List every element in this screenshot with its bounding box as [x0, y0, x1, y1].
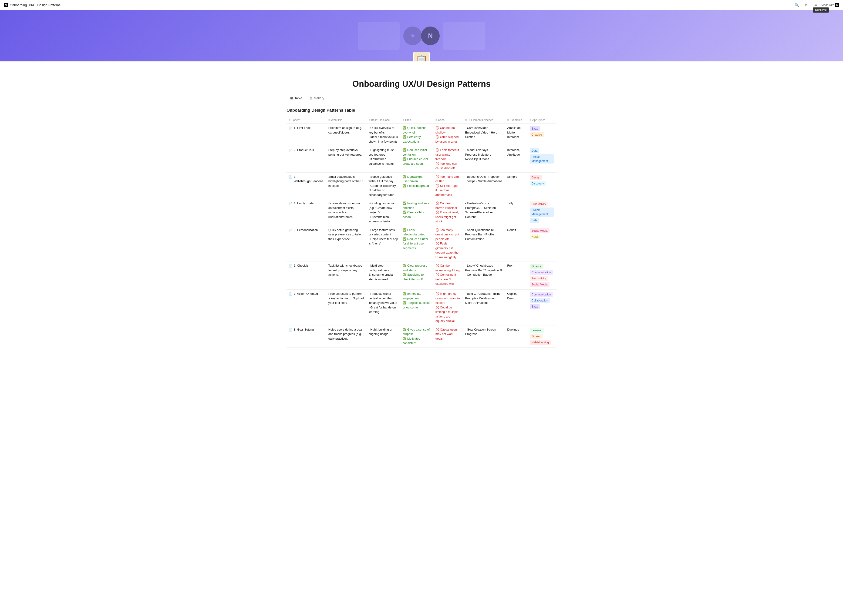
app-type-tag: Social Media	[530, 228, 549, 233]
app-type-tag: Project Management	[530, 154, 554, 164]
con-item: 🚫 If too minimal, users might get stuck	[435, 210, 461, 224]
table-row: 📄5. PersonalizationQuick setup gathering…	[286, 226, 557, 261]
col-header-examples[interactable]: ≡Examples	[505, 117, 527, 124]
cell-pros: ✅ Immediate engagement✅ Tangible success…	[400, 290, 433, 326]
cell-examples: Intercom, Applitude	[505, 146, 527, 173]
table-body: 📄1. First-LookBrief intro on signup (e.g…	[286, 124, 557, 348]
col-header-pattern[interactable]: ≡Pattern	[286, 117, 326, 124]
cell-ui: - Short Questionnaire - Progress Bar - P…	[463, 226, 505, 261]
app-type-tag: Productivity	[530, 276, 548, 281]
pro-item: ✅ Motivates consistent	[402, 336, 431, 345]
cell-what: Task list with checkboxes for setup step…	[326, 261, 366, 290]
pattern-name[interactable]: 5. Personalization	[294, 228, 318, 232]
con-item: 🚫 Still interrupts if user has another t…	[435, 183, 461, 197]
page-title: Onboarding UX/UI Design Patterns	[286, 79, 557, 89]
col-header-pros[interactable]: ≡Pros	[400, 117, 433, 124]
pattern-name[interactable]: 7. Action-Oriented	[294, 292, 318, 296]
cell-cons: 🚫 Too many can clutter🚫 Still interrupts…	[433, 172, 463, 199]
cell-examples: Siimple	[505, 172, 527, 199]
app-type-tag: Communication	[530, 270, 553, 275]
page-icon: 📋	[413, 51, 430, 62]
app-type-tag: Fitness	[530, 334, 542, 339]
copy-icon[interactable]: ⧉	[803, 2, 809, 8]
topbar: N Onboarding UX/UI Design Patterns 🔍 ⧉ •…	[0, 0, 843, 10]
cell-pros: ✅ Inviting and sets direction✅ Clear cal…	[400, 199, 433, 226]
pro-item: ✅ Clear progress and steps	[402, 263, 431, 273]
cell-what: Screen shown when no data/content exists…	[326, 199, 366, 226]
tab-gallery[interactable]: ⊟ Gallery	[306, 94, 328, 103]
col-header-ui[interactable]: ≡UI Elements Needed	[463, 117, 505, 124]
search-icon[interactable]: 🔍	[793, 2, 800, 8]
col-header-cons[interactable]: ≡Cons	[433, 117, 463, 124]
con-item: 🚫 Too many can clutter	[435, 175, 461, 183]
cell-bestuse: - Multi-step configurations - Ensures no…	[366, 261, 400, 290]
pattern-name[interactable]: 6. Checklist	[294, 263, 309, 268]
table-row: 📄6. ChecklistTask list with checkboxes f…	[286, 261, 557, 290]
col-header-what[interactable]: ≡What it is	[326, 117, 366, 124]
cell-pros: ✅ Reduces initial confusion✅ Ensures cru…	[400, 146, 433, 173]
con-item: 🚫 Can feel barren if unclear	[435, 201, 461, 210]
col-header-bestuse[interactable]: ≡Best Use Case	[366, 117, 400, 124]
cell-apptypes: Social MediaNews	[527, 226, 557, 261]
pro-item: ✅ Clear call-to-action	[402, 210, 431, 219]
cell-ui: - Modal Overlays - Progress Indicators -…	[463, 146, 505, 173]
notion-brand-logo: N	[835, 3, 839, 7]
doc-icon: 📄	[289, 201, 292, 205]
con-item: 🚫 Might annoy users who want to explore	[435, 292, 461, 305]
cell-bestuse: - Large feature sets or varied content -…	[366, 226, 400, 261]
app-type-tag: Saas	[530, 126, 540, 131]
cell-examples: Copilot, Demo	[505, 290, 527, 326]
pattern-name[interactable]: 8. Goal Setting	[294, 327, 314, 332]
app-type-tag: Communication	[530, 292, 553, 297]
doc-icon: 📄	[289, 264, 292, 268]
cell-cons: 🚫 Too many questions can put people off🚫…	[433, 226, 463, 261]
pro-item: ✅ Sets early expectations	[402, 135, 431, 144]
col-header-apptypes[interactable]: ≡App Types	[527, 117, 557, 124]
pattern-name[interactable]: 1. First-Look	[294, 126, 310, 130]
doc-icon: 📄	[289, 292, 292, 296]
pro-item: ✅ Tangible success or outcome	[402, 301, 431, 309]
cell-pros: ✅ Clear progress and steps✅ Satisfying t…	[400, 261, 433, 290]
cell-pattern: 📄8. Goal Setting	[286, 325, 326, 347]
con-item: 🚫 Too long can cause drop-off	[435, 161, 461, 170]
con-item: 🚫 Often skipped by users in a rush	[435, 135, 461, 144]
cell-apptypes: FinanceCommunicationProductivitySocial M…	[527, 261, 557, 290]
app-type-tag: Learning	[530, 328, 544, 333]
cell-bestuse: - Products with a central action that in…	[366, 290, 400, 326]
cell-what: Quick setup gathering user preferences t…	[326, 226, 366, 261]
cell-cons: 🚫 Casual users may not want goals	[433, 325, 463, 347]
con-item: 🚫 Can be intimidating if long	[435, 263, 461, 273]
doc-icon: 📄	[289, 228, 292, 232]
pro-item: ✅ Reduces clutter for different user seg…	[402, 237, 431, 251]
notion-logo: N	[4, 3, 8, 7]
cell-pattern: 📄4. Empty State	[286, 199, 326, 226]
tab-table[interactable]: ⊞ Table	[286, 94, 306, 103]
doc-icon: 📄	[289, 126, 292, 130]
cell-cons: 🚫 Can be too shallow🚫 Often skipped by u…	[433, 124, 463, 146]
table-header-row: ≡Pattern ≡What it is ≡Best Use Case ≡Pro…	[286, 117, 557, 124]
cell-ui: - Beacons/Dots - Popover Tooltips - Subt…	[463, 172, 505, 199]
pro-item: ✅ Satisfying to check items off	[402, 273, 431, 282]
table-row: 📄8. Goal SettingHelps users define a goa…	[286, 325, 557, 347]
cell-what: Helps users define a goal and tracks pro…	[326, 325, 366, 347]
app-type-tag: Design	[530, 175, 542, 180]
pro-item: ✅ Immediate engagement	[402, 292, 431, 301]
app-type-tag: Collaboration	[530, 298, 550, 303]
con-item: 🚫 Can be too shallow	[435, 126, 461, 135]
app-type-tag: Productivity	[530, 201, 548, 207]
pattern-name[interactable]: 3. Walkthrough/Beacons	[294, 175, 324, 183]
cell-examples: Duolingo	[505, 325, 527, 347]
pattern-name[interactable]: 2. Product Tour	[294, 148, 314, 153]
cell-pros: ✅ Lightweight, user-driven✅ Feels integr…	[400, 172, 433, 199]
table-section-title: Onboarding Design Patterns Table	[286, 108, 557, 113]
cell-ui: - List w/ Checkboxes - Progress Bar/Comp…	[463, 261, 505, 290]
cell-bestuse: - Subtle guidance without full overlay -…	[366, 172, 400, 199]
made-with: Made with N	[821, 3, 839, 7]
app-type-tag: Social Media	[530, 282, 549, 287]
con-item: 🚫 Confusing if tasks aren't explained we…	[435, 273, 461, 286]
cell-cons: 🚫 Can feel barren if unclear🚫 If too min…	[433, 199, 463, 226]
cell-pattern: 📄7. Action-Oriented	[286, 290, 326, 326]
pattern-name[interactable]: 4. Empty State	[294, 201, 313, 205]
cell-ui: - Carousel/Slider - Embedded Video - Her…	[463, 124, 505, 146]
app-type-tag: Saas	[530, 304, 540, 309]
